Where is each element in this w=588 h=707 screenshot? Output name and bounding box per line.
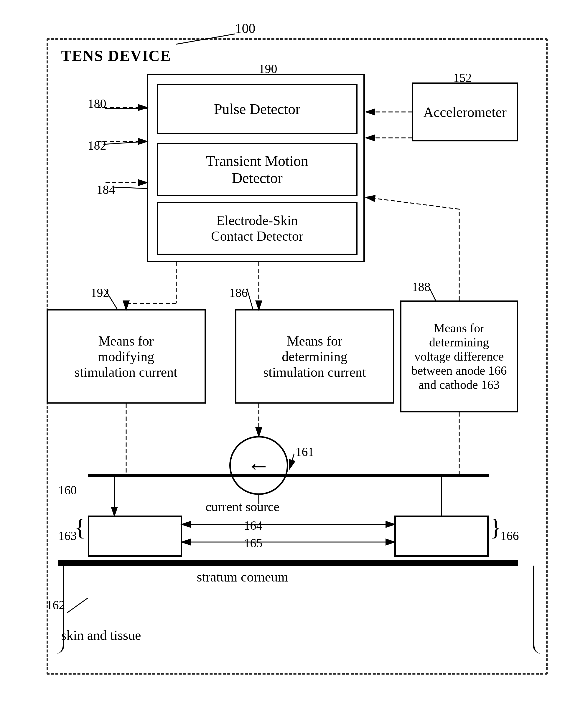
detection-box-190: Pulse Detector Transient MotionDetector … (147, 74, 365, 262)
current-source-label: current source (206, 499, 280, 514)
voltage-difference-box: Means fordeterminingvoltage differencebe… (400, 300, 518, 412)
current-source-circle: ← (229, 436, 288, 495)
transient-motion-box: Transient MotionDetector (157, 143, 358, 196)
determine-stimulation-label: Means fordeterminingstimulation current (263, 333, 366, 380)
ref-165: 165 (244, 536, 263, 550)
determine-stimulation-box: Means fordeterminingstimulation current (235, 309, 394, 404)
stratum-corneum-bar (58, 560, 518, 566)
ref-100: 100 (235, 21, 256, 36)
ref-166: 166 (500, 529, 519, 543)
ref-182: 182 (88, 138, 106, 153)
accelerometer-box: Accelerometer (412, 82, 518, 141)
ref-152: 152 (453, 71, 472, 85)
voltage-difference-label: Means fordeterminingvoltage differencebe… (411, 321, 507, 392)
ref-190: 190 (259, 62, 277, 76)
skin-tissue-label: skin and tissue (61, 628, 141, 643)
modify-stimulation-label: Means formodifyingstimulation current (74, 333, 177, 380)
electrode-skin-label: Electrode-SkinContact Detector (211, 213, 303, 244)
bracket-right: } (490, 514, 501, 541)
ref-163: 163 (58, 529, 77, 543)
ref-186: 186 (229, 286, 248, 300)
modify-stimulation-box: Means formodifyingstimulation current (46, 309, 206, 404)
pulse-detector-label: Pulse Detector (214, 100, 300, 117)
ref-192: 192 (91, 286, 109, 300)
ref-184: 184 (97, 182, 115, 197)
electrode-left (88, 515, 182, 557)
skin-curve-right (533, 566, 551, 654)
ref-162: 162 (46, 598, 65, 612)
ref-160: 160 (58, 483, 77, 497)
tens-device-label: TENS DEVICE (61, 47, 171, 65)
electrode-skin-box: Electrode-SkinContact Detector (157, 202, 358, 255)
ref-188: 188 (412, 280, 431, 294)
electrode-right (394, 515, 489, 557)
transient-motion-label: Transient MotionDetector (206, 152, 308, 187)
accelerometer-label: Accelerometer (423, 104, 507, 120)
pulse-detector-box: Pulse Detector (157, 84, 358, 134)
ref-161: 161 (296, 445, 314, 459)
platform-top-bar (88, 474, 489, 477)
ref-180: 180 (88, 97, 106, 111)
ref-164: 164 (244, 518, 263, 533)
page: TENS DEVICE 100 Pulse Detector Transient… (0, 0, 588, 707)
diagram-container: TENS DEVICE 100 Pulse Detector Transient… (29, 15, 559, 692)
stratum-corneum-label: stratum corneum (197, 569, 288, 585)
